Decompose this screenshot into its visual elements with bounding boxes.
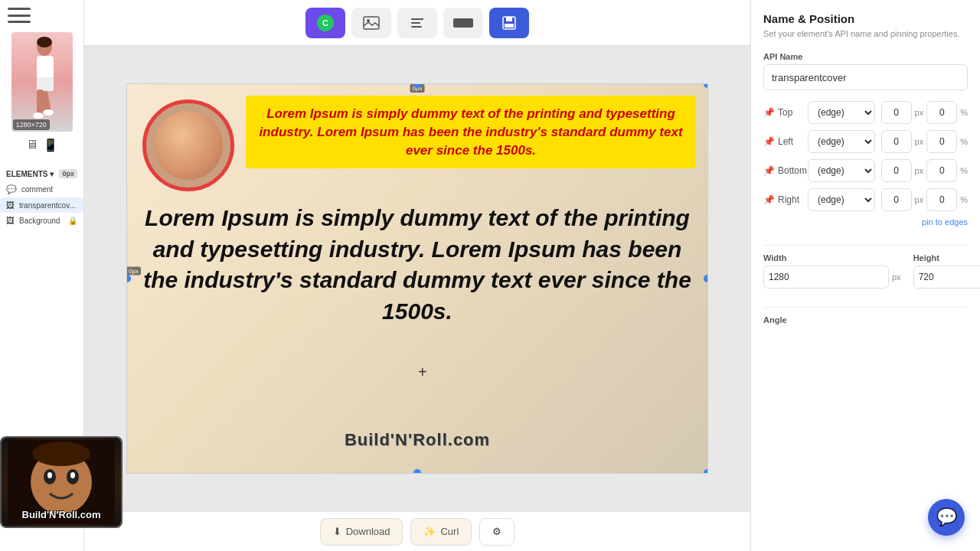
- handle-bottom-right[interactable]: [704, 469, 708, 474]
- left-pin-select[interactable]: (edge): [808, 130, 875, 153]
- right-percent-unit: %: [960, 195, 968, 204]
- layer-comment-label: comment: [21, 185, 53, 194]
- bottom-pin-select[interactable]: (edge): [808, 159, 875, 182]
- desktop-icon[interactable]: 🖥: [26, 138, 38, 152]
- right-pin-label: 📌 Right: [763, 194, 802, 205]
- canvas-container: Lorem Ipsum is simply dummy text of the …: [84, 46, 750, 511]
- elements-chevron: ▾: [50, 170, 54, 178]
- toolbar-save-button[interactable]: [489, 8, 529, 38]
- comment-layer-icon: 💬: [6, 184, 17, 194]
- main-area: C: [84, 0, 750, 551]
- api-name-input[interactable]: [763, 64, 968, 90]
- bottom-percent-input[interactable]: [926, 159, 957, 182]
- panel-title: Name & Position: [763, 12, 968, 25]
- svg-rect-23: [505, 24, 514, 28]
- background-layer-icon: 🖼: [6, 216, 15, 225]
- height-label: Height: [913, 253, 980, 262]
- layer-background[interactable]: 🖼 Background 🔒: [0, 213, 83, 228]
- toolbar-align-button[interactable]: [397, 8, 437, 38]
- bottom-value-group: px %: [881, 159, 968, 182]
- person-svg: [15, 36, 69, 128]
- left-pin-icon: 📌: [763, 136, 775, 147]
- bottom-label: Bottom: [778, 165, 807, 176]
- svg-point-6: [33, 112, 44, 119]
- elements-badge: 0px: [59, 169, 77, 178]
- width-input-row: px: [763, 266, 901, 289]
- left-px-unit: px: [915, 137, 924, 146]
- yellow-text: Lorem Ipsum is simply dummy text of the …: [255, 105, 687, 159]
- handle-middle-right[interactable]: [704, 275, 708, 282]
- bottom-px-unit: px: [915, 166, 924, 175]
- svg-rect-3: [37, 77, 54, 91]
- left-px-input[interactable]: [881, 130, 912, 153]
- download-button[interactable]: ⬇ Download: [320, 518, 403, 546]
- download-icon: ⬇: [333, 526, 341, 537]
- main-body-text: Lorem Ipsum is simply dummy text of the …: [135, 203, 700, 327]
- layer-comment[interactable]: 💬 comment: [0, 181, 83, 197]
- toolbar-rect-button[interactable]: [443, 8, 483, 38]
- right-percent-input[interactable]: [926, 188, 957, 211]
- save-icon: [501, 15, 517, 31]
- top-pin-row: 📌 Top (edge) px %: [763, 101, 968, 124]
- width-unit: px: [892, 272, 901, 282]
- video-brand-overlay: Build'N'Roll.com: [22, 509, 101, 520]
- left-label: Left: [778, 136, 793, 147]
- svg-rect-18: [411, 22, 420, 24]
- rect-icon: [452, 18, 474, 28]
- layer-transparentcover[interactable]: 🖼 transparentcov...: [0, 197, 83, 213]
- api-name-label: API Name: [763, 52, 968, 61]
- divider-2: [763, 307, 968, 308]
- chat-bubble-button[interactable]: 💬: [928, 499, 965, 536]
- right-pin-select[interactable]: (edge): [808, 188, 875, 211]
- device-icons: 🖥 📱: [26, 138, 58, 152]
- svg-rect-15: [364, 17, 379, 29]
- hamburger-menu[interactable]: [8, 8, 31, 23]
- pin-to-edges-link[interactable]: pin to edges: [763, 217, 968, 227]
- handle-bottom-center[interactable]: [413, 469, 421, 474]
- toolbar-c-button[interactable]: C: [305, 8, 345, 38]
- elements-section-toggle[interactable]: ELEMENTS ▾ 0px: [0, 166, 83, 181]
- right-pin-icon: 📌: [763, 194, 775, 205]
- body-text: Lorem Ipsum is simply dummy text of the …: [135, 203, 700, 327]
- top-pin-label: 📌 Top: [763, 107, 802, 118]
- bottom-percent-unit: %: [960, 166, 968, 175]
- yellow-text-box: Lorem Ipsum is simply dummy text of the …: [246, 96, 696, 168]
- image-icon: [363, 16, 380, 30]
- top-px-unit: px: [915, 108, 924, 117]
- svg-rect-20: [453, 18, 473, 28]
- top-percent-unit: %: [960, 108, 968, 117]
- transparentcover-layer-icon: 🖼: [6, 201, 15, 210]
- height-input[interactable]: [913, 266, 980, 289]
- bottom-pin-label: 📌 Bottom: [763, 165, 802, 176]
- svg-rect-22: [506, 17, 512, 21]
- right-panel: Name & Position Set your element's API n…: [750, 0, 980, 551]
- profile-circle: [142, 99, 234, 191]
- width-input[interactable]: [763, 266, 889, 289]
- mobile-icon[interactable]: 📱: [43, 138, 58, 152]
- avatar-figure: 980×551: [11, 32, 73, 132]
- bottom-pin-row: 📌 Bottom (edge) px %: [763, 159, 968, 182]
- lock-icon: 🔒: [68, 217, 77, 225]
- settings-icon: ⚙: [492, 526, 501, 537]
- top-pin-icon: 📌: [763, 107, 775, 118]
- top-px-input[interactable]: [881, 101, 912, 124]
- angle-label: Angle: [763, 315, 968, 324]
- right-pin-row: 📌 Right (edge) px %: [763, 188, 968, 211]
- top-percent-input[interactable]: [926, 101, 957, 124]
- svg-point-1: [37, 37, 52, 47]
- toolbar-image-button[interactable]: [351, 8, 391, 38]
- svg-rect-2: [37, 56, 54, 79]
- top-pin-select[interactable]: (edge): [808, 101, 875, 124]
- canvas-frame[interactable]: Lorem Ipsum is simply dummy text of the …: [126, 83, 708, 474]
- layer-background-label: Background: [19, 217, 60, 225]
- curl-icon: ✨: [423, 526, 436, 537]
- curl-button[interactable]: ✨ Curl: [410, 518, 472, 546]
- left-percent-input[interactable]: [926, 130, 957, 153]
- right-px-input[interactable]: [881, 188, 912, 211]
- bottom-px-input[interactable]: [881, 159, 912, 182]
- bottom-toolbar: ⬇ Download ✨ Curl ⚙: [84, 511, 750, 551]
- right-px-unit: px: [915, 195, 924, 204]
- width-label: Width: [763, 253, 901, 262]
- settings-button[interactable]: ⚙: [479, 518, 514, 546]
- dimension-badge: 980×551: [13, 119, 50, 130]
